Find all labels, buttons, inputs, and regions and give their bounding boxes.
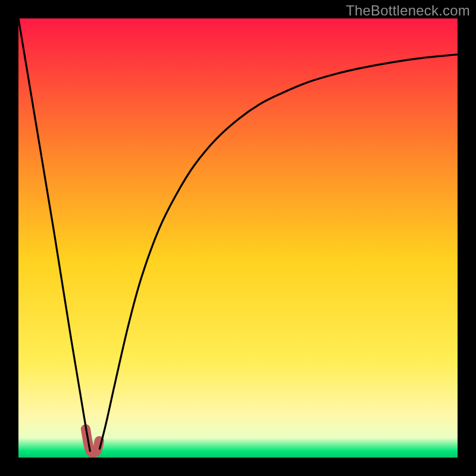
plot-area (18, 18, 458, 458)
chart-stage: TheBottleneck.com (0, 0, 476, 476)
gradient-background (18, 18, 458, 458)
watermark-text: TheBottleneck.com (346, 2, 470, 19)
plot-svg (18, 18, 458, 458)
